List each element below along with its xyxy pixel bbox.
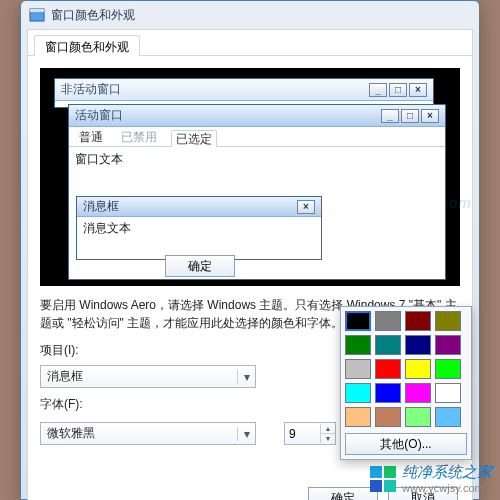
titlebar[interactable]: 窗口颜色和外观 — [21, 1, 479, 29]
logo-icon — [370, 466, 396, 492]
maximize-icon: □ — [389, 83, 407, 97]
palette-swatch[interactable] — [435, 407, 461, 427]
brand-footer: 纯净系统之家 www.ycwjsy.com — [370, 463, 492, 494]
item-combobox[interactable]: 消息框 ▾ — [40, 365, 256, 388]
maximize-icon: □ — [401, 109, 419, 123]
palette-swatch[interactable] — [435, 335, 461, 355]
minimize-icon: _ — [369, 83, 387, 97]
font-label: 字体(F): — [40, 396, 100, 413]
chevron-down-icon: ▾ — [237, 427, 255, 441]
svg-rect-1 — [30, 9, 44, 12]
dialog-window: 窗口颜色和外观 窗口颜色和外观 非活动窗口 _ □ × — [20, 0, 480, 500]
palette-swatch[interactable] — [435, 383, 461, 403]
palette-swatch[interactable] — [375, 383, 401, 403]
palette-swatch[interactable] — [345, 335, 371, 355]
other-colors-button[interactable]: 其他(O)... — [345, 433, 467, 455]
brand-name: 纯净系统之家 — [402, 463, 492, 480]
palette-swatch[interactable] — [345, 383, 371, 403]
close-icon: × — [421, 109, 439, 123]
window-icon — [29, 7, 45, 23]
tab-window-color[interactable]: 窗口颜色和外观 — [34, 35, 140, 56]
msgbox-title: 消息框 — [83, 198, 119, 215]
tab-normal[interactable]: 普通 — [75, 129, 107, 146]
color-palette-popup[interactable]: 其他(O)... — [340, 306, 472, 460]
palette-swatch[interactable] — [345, 407, 371, 427]
chevron-up-icon[interactable]: ▴ — [321, 424, 335, 434]
palette-swatch[interactable] — [405, 407, 431, 427]
msgbox-body: 消息文本 — [77, 217, 321, 240]
minimize-icon: _ — [381, 109, 399, 123]
palette-swatch[interactable] — [435, 311, 461, 331]
palette-swatch[interactable] — [345, 311, 371, 331]
palette-swatch[interactable] — [435, 359, 461, 379]
palette-swatch[interactable] — [405, 383, 431, 403]
window-title: 窗口颜色和外观 — [51, 7, 135, 24]
preview-tabs: 普通 已禁用 已选定 — [69, 127, 445, 147]
font-combobox[interactable]: 微软雅黑 ▾ — [40, 422, 256, 445]
tab-bar: 窗口颜色和外观 — [28, 30, 472, 56]
font-size-value: 9 — [285, 427, 320, 441]
chevron-down-icon[interactable]: ▾ — [321, 434, 335, 443]
font-value: 微软雅黑 — [41, 425, 237, 442]
preview-body-text: 窗口文本 — [69, 147, 445, 172]
close-icon: × — [409, 83, 427, 97]
preview-message-box[interactable]: 消息框 × 消息文本 确定 — [76, 196, 322, 260]
font-size-stepper[interactable]: 9 ▴▾ — [284, 422, 336, 445]
palette-swatch[interactable] — [345, 359, 371, 379]
tab-selected[interactable]: 已选定 — [171, 130, 217, 147]
chevron-down-icon: ▾ — [237, 370, 255, 384]
item-value: 消息框 — [41, 368, 237, 385]
palette-swatch[interactable] — [375, 407, 401, 427]
palette-swatch[interactable] — [375, 359, 401, 379]
inactive-window-title: 非活动窗口 — [61, 81, 121, 98]
brand-url: www.ycwjsy.com — [402, 482, 492, 494]
palette-swatch[interactable] — [375, 335, 401, 355]
msgbox-ok-button[interactable]: 确定 — [165, 255, 235, 277]
palette-swatch[interactable] — [375, 311, 401, 331]
tab-disabled: 已禁用 — [117, 129, 161, 146]
close-icon: × — [297, 200, 315, 214]
item-label: 项目(I): — [40, 342, 100, 359]
palette-swatch[interactable] — [405, 335, 431, 355]
ok-button[interactable]: 确定 — [308, 487, 378, 500]
active-window-title: 活动窗口 — [75, 107, 123, 124]
preview-area: 非活动窗口 _ □ × 活动窗口 _ □ × — [40, 68, 460, 286]
palette-swatch[interactable] — [405, 359, 431, 379]
palette-swatch[interactable] — [405, 311, 431, 331]
